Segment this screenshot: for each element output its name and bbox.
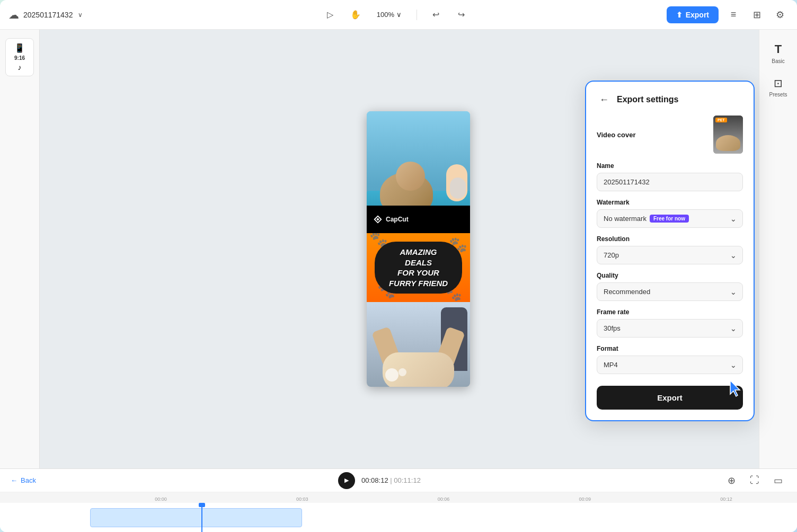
main-area: 📱 9:16 ♪ (0, 30, 797, 468)
watermark-select-wrapper: No watermark Free for now ⌄ (597, 209, 743, 228)
video-cover-thumbnail[interactable]: PET (713, 116, 743, 154)
ruler-mark-0: 00:00 (90, 496, 232, 502)
sidebar-item-presets[interactable]: ⊡ Presets (763, 73, 794, 102)
timeline-ruler: 00:00 00:03 00:06 00:09 00:12 (0, 492, 797, 503)
bath-image (367, 302, 470, 387)
watermark-group: Watermark No watermark Free for now ⌄ (597, 199, 743, 228)
topbar-left: ☁ 202501171432 ∨ (8, 8, 125, 21)
name-group: Name (597, 162, 743, 191)
quality-select-wrapper: Recommended ⌄ (597, 282, 743, 301)
project-chevron-icon[interactable]: ∨ (78, 11, 83, 19)
zoom-control[interactable]: 100% ∨ (373, 8, 406, 21)
undo-button[interactable]: ↩ (428, 6, 445, 23)
panel-back-button[interactable]: ← (597, 92, 612, 107)
topbar: ☁ 202501171432 ∨ ▷ ✋ 100% ∨ ↩ ↪ ⬆ Export… (0, 0, 797, 30)
deals-pill: AMAZING DEALS FOR YOUR FURRY FRIEND (375, 242, 463, 294)
name-input[interactable] (597, 173, 743, 191)
phone-icon: 📱 (14, 43, 25, 53)
presets-label: Presets (769, 92, 787, 97)
add-timeline-button[interactable]: ⊕ (723, 472, 740, 489)
project-name: 202501171432 (23, 11, 73, 19)
frame-rate-label: Frame rate (597, 308, 743, 316)
thumb-image: PET (713, 116, 743, 154)
capcut-logo: CapCut (373, 215, 409, 224)
panel-export-button[interactable]: Export (597, 386, 743, 410)
deals-text-line1: AMAZING DEALS (382, 247, 455, 268)
quality-group: Quality Recommended ⌄ (597, 272, 743, 301)
timeline-controls: ← Back ▶ 00:08:12 | 00:11:12 ⊕ ⛶ ▭ (0, 469, 797, 492)
quality-select[interactable]: Recommended (597, 282, 743, 301)
deals-text-line2: FOR YOUR FURRY FRIEND (382, 268, 455, 288)
video-cover-label: Video cover (597, 131, 635, 139)
basic-label: Basic (772, 58, 784, 64)
export-settings-panel: ← Export settings Video cover PET Name (585, 81, 755, 421)
quality-label: Quality (597, 272, 743, 279)
bottom-right-controls: ⊕ ⛶ ▭ (723, 472, 786, 489)
format-label: Format (597, 345, 743, 352)
name-label: Name (597, 162, 743, 170)
resolution-label: Resolution (597, 235, 743, 243)
resolution-select-wrapper: 720p ⌄ (597, 246, 743, 264)
play-mode-button[interactable]: ▷ (322, 6, 339, 23)
settings-icon-button[interactable]: ⚙ (772, 6, 789, 23)
watermark-label: Watermark (597, 199, 743, 206)
divider (417, 10, 417, 20)
hand-tool-button[interactable]: ✋ (347, 6, 364, 23)
layout-icon-button[interactable]: ⊞ (748, 6, 765, 23)
redo-button[interactable]: ↪ (453, 6, 470, 23)
format-select[interactable]: MP4 (597, 356, 743, 374)
video-bottom-section: CapCut (367, 302, 470, 387)
timeline-area: 00:00 00:03 00:06 00:09 00:12 (0, 492, 797, 532)
total-time: 00:11:12 (394, 476, 421, 484)
left-panel: 📱 9:16 ♪ (0, 30, 40, 468)
video-cover-row: Video cover PET (597, 116, 743, 154)
pet-label: PET (715, 118, 727, 122)
topbar-right: ⬆ Export ≡ ⊞ ⚙ (667, 6, 789, 23)
zoom-chevron-icon: ∨ (396, 11, 402, 19)
export-button[interactable]: ⬆ Export (667, 6, 719, 23)
resolution-select[interactable]: 720p (597, 246, 743, 264)
back-arrow-icon: ← (11, 476, 17, 484)
presets-icon: ⊡ (774, 77, 783, 90)
fullscreen-button[interactable]: ⛶ (746, 472, 763, 489)
tiktok-icon: ♪ (18, 63, 22, 72)
present-button[interactable]: ▭ (769, 472, 786, 489)
frame-rate-select-wrapper: 30fps ⌄ (597, 319, 743, 338)
cloud-icon: ☁ (8, 8, 19, 21)
timeline-track (0, 503, 797, 532)
video-preview: CapCut 🐾 🐾 🐾 🐾 AMAZING DEALS FOR YOUR FU… (367, 111, 470, 387)
ruler-mark-2: 00:06 (373, 496, 515, 502)
panel-header: ← Export settings (597, 92, 743, 107)
track-clip[interactable] (90, 508, 302, 527)
resolution-group: Resolution 720p ⌄ (597, 235, 743, 264)
dog-grooming-image: CapCut (367, 111, 470, 233)
format-select-wrapper: MP4 ⌄ (597, 356, 743, 374)
back-button[interactable]: ← Back (11, 476, 36, 484)
panel-title: Export settings (617, 95, 678, 104)
current-time: 00:08:12 | 00:11:12 (361, 476, 421, 484)
bottom-bar: ← Back ▶ 00:08:12 | 00:11:12 ⊕ ⛶ ▭ 00:00… (0, 468, 797, 532)
topbar-center: ▷ ✋ 100% ∨ ↩ ↪ (125, 6, 667, 23)
no-watermark-badge: No watermark Free for now (604, 215, 689, 223)
text-icon: T (775, 42, 782, 56)
ruler-mark-4: 00:12 (656, 496, 797, 502)
sidebar-item-basic[interactable]: T Basic (763, 38, 794, 68)
frame-rate-group: Frame rate 30fps ⌄ (597, 308, 743, 338)
ruler-mark-3: 00:09 (514, 496, 656, 502)
capcut-watermark-top: CapCut (367, 206, 470, 233)
layers-icon-button[interactable]: ≡ (725, 6, 742, 23)
play-button[interactable]: ▶ (338, 472, 355, 489)
ruler-mark-1: 00:03 (232, 496, 373, 502)
free-badge: Free for now (650, 215, 689, 223)
ratio-badge[interactable]: 📱 9:16 ♪ (5, 38, 34, 76)
playback-controls: ▶ 00:08:12 | 00:11:12 (338, 472, 421, 489)
format-group: Format MP4 ⌄ (597, 345, 743, 374)
right-sidebar: T Basic ⊡ Presets (759, 30, 797, 468)
orange-deals-section: 🐾 🐾 🐾 🐾 AMAZING DEALS FOR YOUR FURRY FRI… (367, 233, 470, 302)
ratio-text: 9:16 (14, 55, 25, 61)
video-top-section: CapCut (367, 111, 470, 233)
export-icon: ⬆ (676, 11, 683, 19)
frame-rate-select[interactable]: 30fps (597, 319, 743, 338)
watermark-select[interactable]: No watermark Free for now (597, 209, 743, 228)
playhead-head (199, 503, 205, 507)
